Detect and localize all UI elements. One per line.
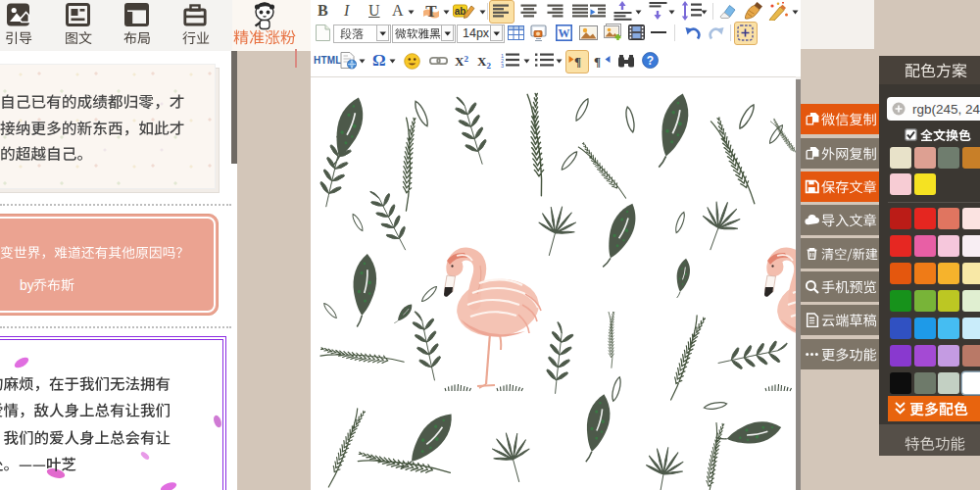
- svg-text:¶: ¶: [574, 54, 581, 69]
- svg-text:3: 3: [501, 63, 504, 69]
- svg-text:W: W: [559, 26, 570, 40]
- svg-text:T: T: [425, 2, 437, 20]
- svg-text:¶: ¶: [594, 54, 601, 69]
- svg-text:?: ?: [647, 54, 654, 68]
